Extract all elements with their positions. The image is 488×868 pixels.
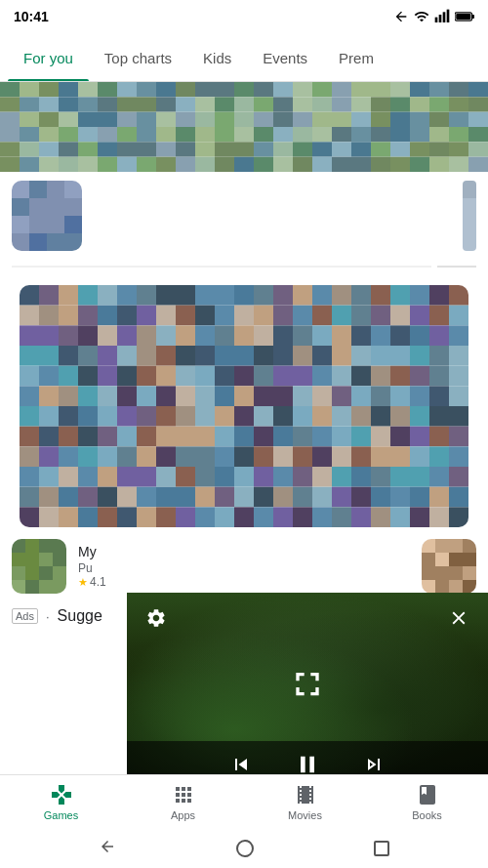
android-home-button[interactable] — [236, 840, 254, 857]
svg-rect-6 — [456, 14, 470, 20]
android-back-button[interactable] — [99, 838, 116, 859]
apps-icon — [172, 783, 195, 806]
next-icon — [362, 753, 386, 776]
nav-games[interactable]: Games — [0, 783, 122, 821]
svg-rect-2 — [443, 12, 446, 22]
gear-icon — [145, 607, 167, 629]
rating-value: 4.1 — [90, 575, 106, 589]
tab-for-you[interactable]: For you — [8, 34, 89, 81]
tab-kids[interactable]: Kids — [187, 34, 247, 81]
content-divider-row — [0, 260, 488, 279]
ads-label: Ads — [12, 608, 38, 624]
list-item-row: My Pu ★ 4.1 — [0, 533, 488, 599]
status-time: 10:41 — [14, 9, 49, 24]
small-card-2[interactable] — [463, 181, 476, 251]
ads-dot: · — [46, 609, 50, 624]
back-triangle-icon — [99, 838, 116, 855]
recents-square-icon — [374, 841, 389, 856]
bottom-nav: Games Apps Movies Books — [0, 774, 488, 829]
divider-short — [437, 266, 476, 268]
status-bar: 10:41 — [0, 0, 488, 31]
large-banner[interactable] — [20, 285, 468, 527]
tab-events[interactable]: Events — [247, 34, 323, 81]
wifi-icon — [414, 9, 429, 24]
back-arrow-icon — [393, 9, 409, 24]
nav-games-label: Games — [44, 809, 78, 821]
android-nav-bar — [0, 829, 488, 868]
top-banner-canvas — [0, 82, 488, 172]
signal-icon — [434, 9, 450, 24]
movies-icon — [294, 783, 317, 806]
video-close-button[interactable] — [441, 600, 476, 636]
android-recents-button[interactable] — [374, 841, 389, 856]
item-rating: ★ 4.1 — [78, 575, 410, 589]
divider-line — [12, 266, 431, 268]
large-banner-canvas — [20, 285, 468, 527]
nav-apps[interactable]: Apps — [122, 783, 244, 821]
svg-rect-1 — [439, 15, 442, 22]
side-thumbnail — [422, 539, 476, 594]
close-icon — [448, 607, 469, 629]
small-card-1[interactable] — [12, 181, 82, 251]
nav-tabs: For you Top charts Kids Events Prem — [0, 31, 488, 82]
battery-icon — [455, 11, 474, 22]
ads-suggested-title: Sugge — [58, 607, 102, 625]
prev-icon — [229, 753, 253, 776]
video-settings-button[interactable] — [139, 600, 174, 636]
gamepad-icon — [50, 783, 73, 806]
video-top-controls — [127, 600, 488, 636]
nav-movies[interactable]: Movies — [244, 783, 366, 821]
tab-top-charts[interactable]: Top charts — [89, 34, 187, 81]
books-icon — [416, 783, 439, 806]
item-details: My Pu ★ 4.1 — [78, 544, 410, 589]
rating-star: ★ — [78, 576, 88, 589]
item-publisher: Pu — [78, 561, 410, 575]
nav-apps-label: Apps — [171, 809, 195, 821]
svg-rect-5 — [472, 15, 475, 19]
item-title: My — [78, 544, 410, 559]
tab-premium[interactable]: Prem — [323, 34, 389, 81]
home-circle-icon — [236, 840, 254, 857]
nav-movies-label: Movies — [288, 809, 322, 821]
video-expand-button[interactable] — [288, 665, 327, 708]
status-icons — [393, 9, 474, 24]
item-thumbnail — [12, 539, 66, 594]
small-cards-row — [0, 172, 488, 260]
video-overlay[interactable] — [127, 593, 488, 788]
nav-books-label: Books — [412, 809, 442, 821]
svg-rect-3 — [447, 10, 450, 22]
nav-books[interactable]: Books — [366, 783, 488, 821]
svg-rect-0 — [435, 18, 438, 22]
top-banner — [0, 82, 488, 172]
expand-icon — [288, 665, 327, 704]
